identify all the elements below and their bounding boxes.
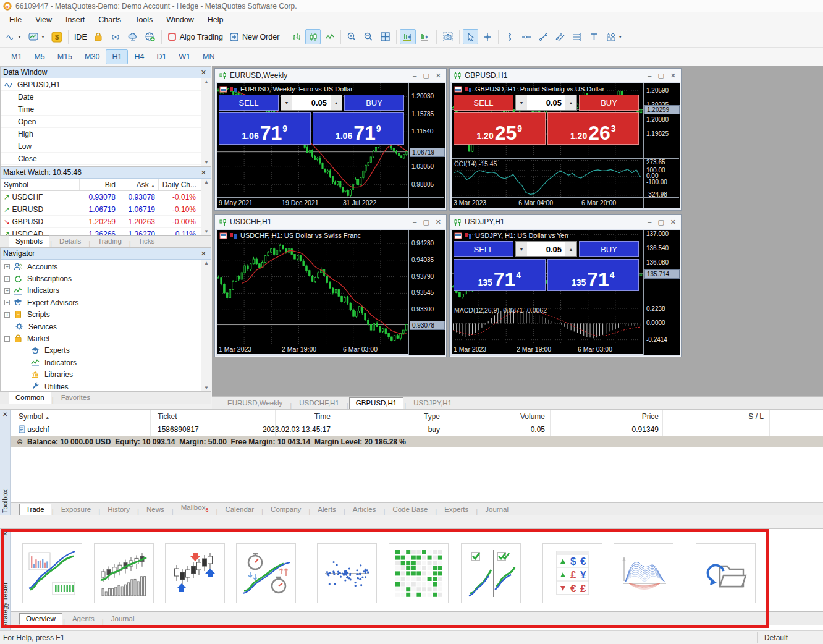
line-chart-button[interactable] — [322, 29, 337, 44]
close-icon[interactable]: ✕ — [2, 411, 7, 418]
column-ask[interactable]: Ask ▲ — [119, 179, 159, 190]
collapse-icon[interactable]: − — [4, 336, 10, 342]
minimize-button[interactable]: – — [648, 72, 651, 80]
new-order-button[interactable]: New Order — [227, 29, 282, 44]
menu-help[interactable]: Help — [201, 14, 230, 26]
minimize-button[interactable]: – — [413, 72, 416, 80]
dollar-button[interactable]: $ — [49, 29, 65, 44]
trade-position-row[interactable]: usdchf 1586890817 2023.02.03 13:45:17 bu… — [11, 423, 823, 436]
buy-price[interactable]: 1.20263 — [547, 112, 639, 145]
screenshot-button[interactable] — [440, 29, 456, 44]
tab-details[interactable]: Details — [53, 235, 88, 247]
expand-icon[interactable]: + — [4, 300, 10, 305]
scroll-up-icon[interactable]: ▲ — [204, 79, 209, 85]
toolbox-tab-journal[interactable]: Journal — [478, 504, 515, 515]
tester-thumbnail-probability-curves[interactable] — [614, 543, 673, 603]
column-time[interactable]: Time — [210, 412, 331, 421]
menu-insert[interactable]: Insert — [59, 14, 91, 26]
tf-w1[interactable]: W1 — [172, 49, 196, 64]
zoom-in-button[interactable] — [344, 29, 360, 44]
volume-up-icon[interactable]: ▲ — [331, 95, 342, 110]
navigator-item-subscriptions[interactable]: +Subscriptions — [1, 273, 211, 284]
profile-button[interactable]: ▼ — [25, 29, 48, 44]
close-icon[interactable]: ✕ — [199, 169, 208, 177]
tf-m15[interactable]: M15 — [51, 49, 78, 64]
toolbox-tab-calendar[interactable]: Calendar — [218, 504, 261, 515]
buy-price[interactable]: 135714 — [547, 259, 639, 291]
scroll-up-icon[interactable]: ▲ — [204, 260, 209, 266]
close-icon[interactable]: ✕ — [2, 530, 7, 537]
text-button[interactable] — [586, 29, 602, 44]
market-watch-row-usdchf[interactable]: ↗ USDCHF0.930780.93078-0.01% — [1, 191, 211, 203]
volume-value[interactable]: 0.05 — [527, 242, 565, 256]
tester-tab-overview[interactable]: Overview — [19, 613, 62, 625]
horizontal-line-button[interactable] — [518, 29, 534, 44]
signals-button[interactable] — [108, 29, 124, 44]
shapes-button[interactable]: ▼ — [603, 29, 625, 44]
navigator-scrollbar[interactable]: ▲▼ — [201, 260, 211, 391]
channel-button[interactable] — [552, 29, 568, 44]
navigator-header[interactable]: Navigator ✕ — [1, 248, 211, 260]
crosshair-button[interactable] — [479, 29, 495, 44]
scroll-down-icon[interactable]: ▼ — [204, 159, 209, 165]
toolbox-tab-mailbox[interactable]: Mailbox8 — [174, 502, 216, 515]
navigator-item-utilities[interactable]: Utilities — [1, 381, 211, 392]
market-watch-scrollbar[interactable]: ▲▼ — [201, 179, 211, 235]
navigator-item-scripts[interactable]: +Scripts — [1, 309, 211, 321]
tf-d1[interactable]: D1 — [150, 49, 172, 64]
auto-scroll-button[interactable] — [417, 29, 433, 44]
algo-trading-button[interactable]: Algo Trading — [165, 29, 226, 44]
column-type[interactable]: Type — [346, 412, 440, 421]
tab-symbols[interactable]: Symbols — [9, 235, 49, 247]
expand-icon[interactable]: + — [4, 276, 10, 282]
column-symbol[interactable]: Symbol — [1, 179, 80, 190]
cursor-button[interactable] — [463, 29, 478, 44]
volume-down-icon[interactable]: ▼ — [516, 95, 527, 110]
volume-up-icon[interactable]: ▲ — [565, 95, 576, 110]
market-watch-row-gbpusd[interactable]: ↘ GBPUSD1.202591.20263-0.00% — [1, 216, 211, 228]
menu-window[interactable]: Window — [159, 14, 200, 26]
navigator-item-libraries[interactable]: Libraries — [1, 369, 211, 381]
scroll-up-icon[interactable]: ▲ — [204, 179, 209, 185]
chart-tab-gbpusd-h1[interactable]: GBPUSD,H1 — [349, 397, 403, 409]
chart-window-eurusd-weekly[interactable]: EURUSD,Weekly–▢✕EURUSD, Weekly: Euro vs … — [214, 68, 447, 211]
expand-icon[interactable]: + — [4, 288, 10, 294]
price-axis[interactable]: 137.000136.540136.080135.620135.7140.223… — [643, 230, 680, 355]
chart-window-usdchf-h1[interactable]: USDCHF,H1–▢✕USDCHF, H1: US Dollar vs Swi… — [214, 214, 447, 357]
buy-button[interactable]: BUY — [579, 241, 639, 257]
chart-tab-eurusd-weekly[interactable]: EURUSD,Weekly — [221, 397, 289, 409]
column-sl[interactable]: S / L — [661, 412, 764, 421]
tester-thumbnail-candles-volume-chart[interactable] — [94, 543, 154, 603]
tf-m5[interactable]: M5 — [28, 49, 51, 64]
menu-view[interactable]: View — [28, 14, 59, 26]
plus-circle-icon[interactable]: ⊕ — [17, 438, 23, 446]
menu-tools[interactable]: Tools — [128, 14, 159, 26]
cloud-button[interactable] — [125, 29, 141, 44]
market-button[interactable] — [91, 29, 106, 44]
tester-thumbnail-open-folder-restore[interactable] — [696, 543, 756, 603]
chart-window-titlebar[interactable]: USDJPY,H1–▢✕ — [450, 215, 681, 229]
volume-value[interactable]: 0.05 — [527, 95, 565, 110]
tester-thumbnail-candles-signal-arrows[interactable] — [165, 543, 225, 603]
navigator-item-accounts[interactable]: +Accounts — [1, 261, 211, 273]
navigator-item-experts[interactable]: Experts — [1, 345, 211, 357]
sell-button[interactable]: SELL — [219, 95, 279, 111]
toolbox-tab-trade[interactable]: Trade — [19, 504, 51, 515]
tester-thumbnail-scatter-distribution[interactable] — [317, 543, 377, 603]
scroll-down-icon[interactable]: ▼ — [204, 385, 209, 391]
tf-h1[interactable]: H1 — [106, 49, 128, 64]
close-icon[interactable]: ✕ — [199, 250, 208, 258]
close-button[interactable]: ✕ — [670, 72, 676, 80]
chart-window-titlebar[interactable]: EURUSD,Weekly–▢✕ — [215, 69, 446, 82]
navigator-item-expert-advisors[interactable]: +Expert Advisors — [1, 297, 211, 308]
chart-type-button[interactable]: ▼ — [3, 29, 24, 44]
buy-button[interactable]: BUY — [344, 95, 404, 111]
vertical-line-button[interactable] — [502, 29, 517, 44]
tab-trading[interactable]: Trading — [91, 235, 129, 247]
tab-favorites[interactable]: Favorites — [54, 392, 97, 404]
navigator-item-indicators[interactable]: Indicators — [1, 357, 211, 368]
maximize-button[interactable]: ▢ — [423, 218, 429, 226]
maximize-button[interactable]: ▢ — [657, 218, 664, 226]
tile-windows-button[interactable] — [378, 29, 393, 44]
chart-window-gbpusd-h1[interactable]: GBPUSD,H1–▢✕GBPUSD, H1: Pound Sterling v… — [449, 68, 682, 211]
